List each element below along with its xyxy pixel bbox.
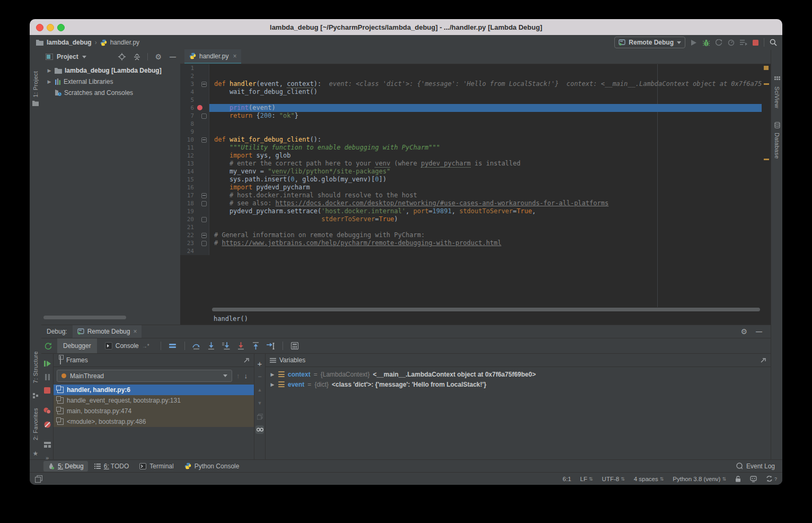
indent-select[interactable]: 4 spaces⇅ (634, 476, 664, 482)
move-watch-up-button[interactable]: ▲ (255, 386, 264, 394)
variables-menu-icon[interactable] (270, 358, 276, 363)
restore-layout-button[interactable] (44, 442, 51, 448)
breakpoint-dot[interactable] (197, 105, 202, 110)
editor-tab-handler[interactable]: handler.py × (184, 49, 241, 64)
sync-status-icon[interactable]: ? (766, 475, 777, 482)
gutter-cell[interactable]: 21 (180, 223, 209, 231)
hide-panel-icon[interactable]: — (170, 53, 176, 60)
show-execution-point-icon[interactable] (166, 340, 179, 352)
force-step-into-icon[interactable] (220, 340, 233, 352)
fold-marker-icon[interactable] (201, 201, 207, 206)
tab-console[interactable]: Console →* (99, 338, 155, 353)
add-watch-button[interactable]: + (255, 359, 264, 368)
code-line-10[interactable]: 10def wait_for_debug_client(): (180, 136, 771, 144)
gutter-cell[interactable]: 12 (180, 152, 209, 160)
toolwindow-button-debug[interactable]: 5: Debug (43, 461, 88, 472)
fold-marker-icon[interactable] (201, 241, 207, 246)
line-separator-select[interactable]: LF⇅ (580, 476, 593, 482)
variable-row-event[interactable]: ▶ event = {dict} <class 'dict'>: {'messa… (266, 379, 771, 389)
gutter-cell[interactable]: 14 (180, 168, 209, 176)
tab-debugger[interactable]: Debugger (57, 338, 97, 353)
pin-icon[interactable] (243, 357, 250, 363)
gutter-cell[interactable]: 10 (180, 136, 209, 144)
variable-row-context[interactable]: ▶ context = {LambdaContext} <__main__.La… (266, 369, 771, 379)
mute-breakpoints-button[interactable] (44, 421, 51, 428)
toolwindow-switcher-icon[interactable] (35, 475, 42, 483)
caret-position[interactable]: 6:1 (563, 476, 571, 482)
toolwindow-button-terminal[interactable]: Terminal (135, 461, 178, 472)
debug-session-tab[interactable]: Remote Debug × (73, 325, 142, 338)
interpreter-select[interactable]: Python 3.8 (venv)⇅ (673, 476, 726, 482)
run-configuration-select[interactable]: Remote Debug (614, 37, 685, 48)
code-line-9[interactable]: 9 (180, 128, 771, 136)
pin-icon[interactable] (760, 357, 766, 363)
gutter-cell[interactable]: 19 (180, 207, 209, 215)
code-line-6[interactable]: 6 print(event) (180, 104, 771, 112)
expand-arrow-icon[interactable]: ▶ (270, 372, 275, 377)
breadcrumb-file[interactable]: handler.py (110, 39, 139, 46)
toolwindow-button-todo[interactable]: 6: TODO (90, 461, 134, 472)
code-line-15[interactable]: 15 sys.path.insert(0, glob.glob(my_venv)… (180, 176, 771, 184)
gutter-cell[interactable]: 5 (180, 96, 209, 104)
gutter-cell[interactable]: 15 (180, 176, 209, 184)
hide-panel-icon[interactable]: — (756, 328, 762, 335)
resume-button[interactable] (44, 360, 51, 367)
settings-gear-icon[interactable]: ⚙ (155, 53, 162, 61)
code-line-24[interactable]: 24 (180, 247, 771, 255)
chevron-right-icon[interactable]: ▶ (47, 68, 52, 73)
gutter-cell[interactable]: 8 (180, 120, 209, 128)
fold-marker-icon[interactable] (201, 82, 207, 87)
profiler-button[interactable] (728, 39, 735, 46)
gutter-cell[interactable]: 9 (180, 128, 209, 136)
minimize-window-button[interactable] (47, 24, 54, 31)
duplicate-watch-button[interactable] (255, 412, 264, 421)
code-line-7[interactable]: 7 return {200: "ok"} (180, 112, 771, 120)
code-line-1[interactable]: 1 (180, 64, 771, 72)
view-breakpoints-button[interactable] (43, 407, 51, 414)
code-line-17[interactable]: 17 # host.docker.internal should resolve… (180, 191, 771, 199)
gutter-cell[interactable]: 23 (180, 239, 209, 247)
fold-marker-icon[interactable] (201, 137, 207, 143)
locate-file-icon[interactable] (118, 53, 126, 60)
remove-watch-button[interactable]: − (255, 372, 264, 381)
frame-row[interactable]: handler, handler.py:6 (54, 385, 254, 395)
step-over-icon[interactable] (190, 340, 203, 352)
rerun-button[interactable] (44, 342, 52, 350)
code-line-23[interactable]: 23# https://www.jetbrains.com/help/pycha… (180, 239, 771, 247)
stop-debug-button[interactable] (44, 387, 50, 394)
code-line-12[interactable]: 12 import sys, glob (180, 152, 771, 160)
tool-button-structure[interactable]: 7: Structure (32, 351, 39, 383)
gutter-cell[interactable]: 11 (180, 144, 209, 152)
step-out-icon[interactable] (250, 340, 262, 352)
show-watches-in-variables-toggle[interactable] (255, 425, 264, 434)
frame-row[interactable]: main, bootstrap.py:474 (54, 406, 254, 416)
coverage-button[interactable] (716, 39, 722, 46)
project-hscrollbar[interactable] (43, 316, 126, 319)
event-log-button[interactable]: Event Log (736, 463, 782, 470)
tree-item-external-libraries[interactable]: ▶ External Libraries (41, 76, 180, 87)
toolwindow-button-python-console[interactable]: Python Console (180, 461, 244, 472)
close-session-icon[interactable]: × (133, 328, 137, 335)
tool-button-database[interactable]: Database (774, 133, 780, 159)
collapse-all-icon[interactable] (134, 54, 140, 60)
breadcrumb-project[interactable]: lambda_debug (47, 39, 92, 46)
code-line-22[interactable]: 22# General information on remote debugg… (180, 231, 771, 239)
close-window-button[interactable] (36, 24, 43, 31)
chevron-right-icon[interactable]: ▶ (47, 79, 52, 84)
gutter-cell[interactable]: 13 (180, 160, 209, 168)
tool-button-project[interactable]: 1: Project (32, 71, 39, 97)
thread-selector[interactable]: MainThread (57, 370, 232, 382)
gutter-cell[interactable]: 4 (180, 88, 209, 96)
gutter-cell[interactable]: 18 (180, 199, 209, 207)
code-line-21[interactable]: 21 (180, 223, 771, 231)
code-line-16[interactable]: 16 import pydevd_pycharm (180, 184, 771, 191)
gutter-cell[interactable]: 2 (180, 72, 209, 80)
step-out-of-block-icon[interactable] (235, 340, 248, 352)
close-tab-icon[interactable]: × (233, 53, 236, 60)
code-area[interactable]: 123def handler(event, context): event: <… (180, 64, 771, 307)
gutter-cell[interactable]: 22 (180, 231, 209, 239)
code-line-2[interactable]: 2 (180, 72, 771, 80)
code-line-14[interactable]: 14 my_venv = "venv/lib/python*/site-pack… (180, 168, 771, 176)
running-list-button[interactable] (740, 39, 747, 46)
run-to-cursor-icon[interactable] (264, 340, 277, 352)
